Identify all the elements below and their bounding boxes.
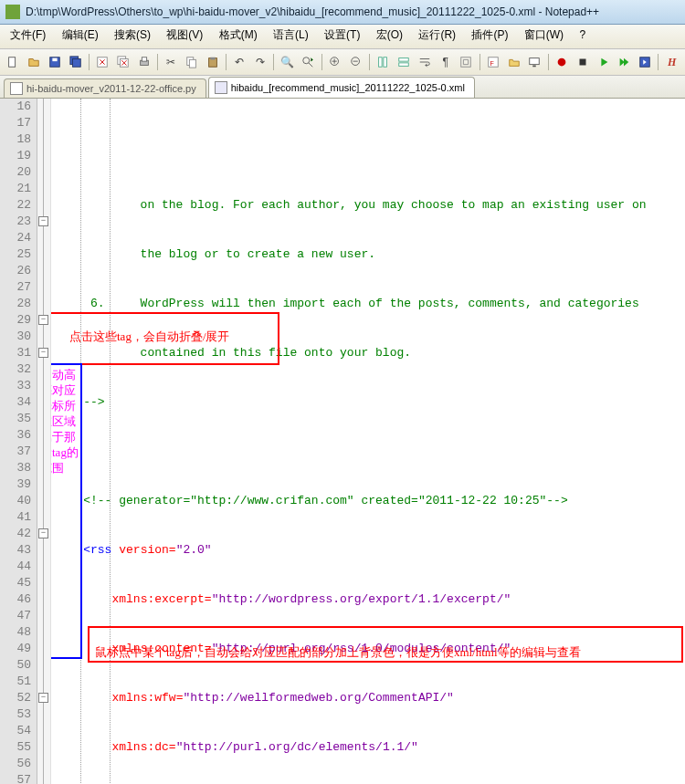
menu-file[interactable]: 文件(F) [4,26,52,44]
undo-icon[interactable]: ↶ [230,52,249,72]
toolbar-separator [369,54,370,70]
redo-icon[interactable]: ↷ [251,52,270,72]
menu-search[interactable]: 搜索(S) [108,26,157,44]
folder-icon[interactable] [504,52,523,72]
toolbar-separator [273,54,274,70]
tab-label: hibaidu_[recommend_music]_20111222_1025-… [231,82,465,93]
svg-rect-20 [399,63,409,67]
cut-icon[interactable]: ✂ [162,52,181,72]
macro-record-icon[interactable] [553,52,572,72]
sync-v-icon[interactable] [374,52,393,72]
macro-save-icon[interactable] [636,52,655,72]
toolbar-separator [89,54,90,70]
svg-rect-21 [461,57,471,68]
code-area[interactable]: on the blog. For each author, you may ch… [51,99,685,784]
comment-text: the blog or to create a new user. [55,247,375,261]
tab-xml-file[interactable]: hibaidu_[recommend_music]_20111222_1025-… [208,77,475,98]
new-file-icon[interactable] [4,52,23,72]
wrap-icon[interactable] [416,52,435,72]
macro-play-multi-icon[interactable] [615,52,634,72]
svg-rect-9 [142,57,146,61]
replace-icon[interactable] [299,52,318,72]
indent-guide-icon[interactable] [457,52,476,72]
svg-rect-24 [530,58,540,65]
toolbar-separator [157,54,158,70]
svg-point-14 [303,57,310,64]
menu-macro[interactable]: 宏(O) [370,26,409,44]
zoom-in-icon[interactable] [326,52,345,72]
macro-play-icon[interactable] [594,52,613,72]
svg-rect-0 [9,57,16,68]
comment-end: --> [55,395,105,409]
app-icon [5,5,20,19]
menubar: 文件(F) 编辑(E) 搜索(S) 视图(V) 格式(M) 语言(L) 设置(T… [0,25,685,49]
comment-text: <!-- generator="http://www.crifan.com" c… [83,494,568,507]
zoom-out-icon[interactable] [346,52,365,72]
svg-rect-17 [379,57,383,68]
svg-text:F: F [490,60,494,67]
toolbar-separator [226,54,227,70]
comment-text: 6. WordPress will then import each of th… [55,297,639,310]
toolbar-separator [548,54,549,70]
menu-language[interactable]: 语言(L) [267,26,315,44]
xml-tag: <rss [83,543,119,557]
fold-column[interactable]: −−−−− [37,99,51,784]
menu-window[interactable]: 窗口(W) [518,26,570,44]
comment-text: on the blog. For each author, you may ch… [55,198,647,212]
svg-point-26 [558,58,566,67]
menu-run[interactable]: 运行(R) [412,26,462,44]
close-icon[interactable] [93,52,112,72]
svg-rect-4 [72,59,80,68]
titlebar: D:\tmp\WordPress\Others\to_wp\hi-baidu-m… [0,0,685,25]
save-all-icon[interactable] [66,52,85,72]
toolbar-separator [480,54,480,70]
toolbar-separator [321,54,322,70]
tab-python-file[interactable]: hi-baidu-mover_v2011-12-22-office.py [4,78,206,98]
tab-label: hi-baidu-mover_v2011-12-22-office.py [26,83,196,94]
close-all-icon[interactable] [114,52,133,72]
file-icon [10,82,23,95]
annotation-text-fold: 点击这些tag，会自动折叠/展开 [69,329,230,345]
tabbar: hi-baidu-mover_v2011-12-22-office.py hib… [0,76,685,99]
print-icon[interactable] [134,52,153,72]
titlebar-text: D:\tmp\WordPress\Others\to_wp\hi-baidu-m… [26,0,599,24]
menu-edit[interactable]: 编辑(E) [56,26,105,44]
svg-rect-11 [189,59,195,68]
macro-stop-icon[interactable] [573,52,592,72]
menu-settings[interactable]: 设置(T) [318,26,366,44]
editor[interactable]: 1617181920212223242526272829303132333435… [0,99,685,784]
svg-rect-2 [52,58,57,62]
menu-help[interactable]: ? [573,27,592,42]
paste-icon[interactable] [203,52,222,72]
menu-format[interactable]: 格式(M) [213,26,264,44]
toolbar-separator [658,54,659,70]
menu-plugins[interactable]: 插件(P) [465,26,514,44]
svg-rect-19 [399,58,409,62]
svg-rect-27 [579,59,585,66]
save-icon[interactable] [45,52,64,72]
line-number-gutter: 1617181920212223242526272829303132333435… [0,99,37,784]
show-all-chars-icon[interactable]: ¶ [436,52,455,72]
menu-view[interactable]: 视图(V) [160,26,209,44]
copy-icon[interactable] [183,52,202,72]
svg-rect-25 [533,66,537,68]
svg-rect-13 [210,57,215,60]
color-highlight-icon[interactable]: H [662,52,681,72]
open-file-icon[interactable] [25,52,44,72]
svg-rect-18 [384,57,387,68]
lang-icon[interactable]: F [484,52,503,72]
monitor-icon[interactable] [525,52,544,72]
comment-text: contained in this file onto your blog. [55,346,411,360]
sync-h-icon[interactable] [395,52,414,72]
file-icon [215,81,227,94]
find-icon[interactable]: 🔍 [278,52,297,72]
toolbar: ✂ ↶ ↷ 🔍 ¶ F H [0,49,685,76]
